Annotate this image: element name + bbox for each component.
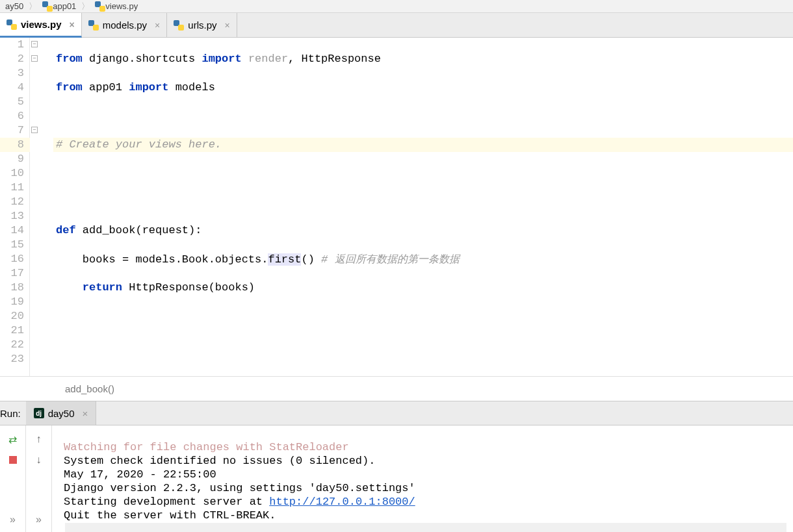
console-line: Quit the server with CTRL-BREAK.	[64, 509, 276, 522]
comment: # Create your views here.	[56, 138, 222, 151]
fold-column: − − −	[30, 38, 53, 376]
breadcrumb-seg[interactable]: app01	[40, 1, 79, 12]
line-number: 21	[0, 323, 24, 338]
tab-label: urls.py	[188, 19, 216, 31]
code-text: HttpResponse(books)	[122, 281, 255, 294]
breadcrumb-seg[interactable]: ay50	[3, 1, 26, 11]
fold-toggle-icon[interactable]: −	[31, 55, 38, 62]
breadcrumb: ay50 〉 app01 〉 views.py	[0, 0, 793, 13]
expand-icon[interactable]: »	[33, 514, 45, 526]
breadcrumb-label: views.py	[105, 1, 138, 11]
tab-label: models.py	[103, 19, 147, 31]
line-number: 11	[0, 181, 24, 195]
run-label: Run:	[0, 408, 26, 419]
code-text: django.shortcuts	[83, 53, 202, 65]
python-file-icon	[95, 1, 105, 12]
code-text: models	[168, 81, 214, 94]
comment: 返回所有数据的第一条数据	[335, 253, 460, 264]
line-number: 15	[0, 238, 24, 252]
code-text: add_book(request):	[76, 224, 202, 236]
editor-tabs: views.py × models.py × urls.py ×	[0, 13, 793, 38]
run-toolbar-secondary: ↑ ↓ »	[26, 425, 52, 532]
code-text: ()	[301, 253, 321, 266]
close-icon[interactable]: ×	[155, 20, 160, 31]
line-number: 12	[0, 195, 24, 209]
folder-icon	[42, 1, 53, 12]
line-number: 13	[0, 209, 24, 223]
rerun-icon[interactable]: ⇄	[7, 433, 19, 445]
stop-icon[interactable]	[7, 454, 19, 466]
line-number: 17	[0, 266, 24, 281]
line-number: 5	[0, 95, 24, 109]
horizontal-scrollbar[interactable]	[65, 523, 786, 532]
tab-label: views.py	[21, 19, 62, 30]
code-text: , HttpResponse	[288, 53, 381, 65]
line-number: 4	[0, 81, 24, 95]
fold-toggle-icon[interactable]: −	[31, 41, 38, 47]
unused-import: render	[248, 53, 288, 65]
keyword: from	[56, 81, 83, 94]
line-number: 20	[0, 309, 24, 323]
line-number: 6	[0, 109, 24, 123]
identifier-highlight: first	[268, 253, 301, 266]
code-text: app01	[83, 81, 129, 94]
line-number: 16	[0, 252, 24, 266]
line-number: 9	[0, 152, 24, 166]
line-number: 22	[0, 338, 24, 352]
expand-icon[interactable]: »	[7, 514, 19, 526]
tab-models-py[interactable]: models.py ×	[82, 13, 168, 37]
line-number: 18	[0, 281, 24, 295]
python-file-icon	[6, 19, 17, 30]
line-number: 14	[0, 223, 24, 238]
close-icon[interactable]: ×	[70, 19, 75, 30]
breadcrumb-seg[interactable]: views.py	[92, 1, 140, 12]
close-icon[interactable]: ×	[224, 20, 229, 31]
line-number-gutter: 1 2 3 4 5 6 7 8 9 10 11 12 13 14 15 16 1…	[0, 38, 30, 376]
keyword: return	[83, 281, 122, 294]
code-text	[56, 281, 83, 294]
run-toolbar-primary: ⇄ »	[0, 425, 26, 532]
breadcrumb-sep: 〉	[79, 1, 92, 12]
python-file-icon	[174, 20, 184, 31]
line-number: 3	[0, 66, 24, 81]
fold-toggle-icon[interactable]: −	[31, 127, 38, 133]
line-number: 23	[0, 352, 24, 366]
arrow-down-icon[interactable]: ↓	[33, 454, 45, 466]
code-editor[interactable]: 1 2 3 4 5 6 7 8 9 10 11 12 13 14 15 16 1…	[0, 38, 793, 376]
python-file-icon	[88, 20, 99, 31]
comment: #	[321, 253, 334, 266]
arrow-up-icon[interactable]: ↑	[33, 433, 45, 445]
code-text	[56, 253, 83, 266]
line-number: 1	[0, 38, 24, 52]
tab-urls-py[interactable]: urls.py ×	[167, 13, 237, 37]
keyword: from	[56, 53, 83, 65]
breadcrumb-label: app01	[53, 1, 76, 11]
breadcrumb-sep: 〉	[26, 1, 40, 12]
code-text: books = models.Book.objects.	[83, 253, 268, 266]
code-content[interactable]: from django.shortcuts import render, Htt…	[53, 38, 793, 376]
line-number: 19	[0, 295, 24, 309]
line-number: 10	[0, 166, 24, 181]
line-number: 8	[0, 138, 24, 152]
django-icon: dj	[34, 408, 44, 418]
line-number: 2	[0, 52, 24, 66]
code-text	[242, 53, 248, 65]
keyword: import	[202, 53, 241, 65]
tab-views-py[interactable]: views.py ×	[0, 13, 82, 38]
line-number: 7	[0, 123, 24, 138]
keyword: import	[129, 81, 168, 94]
keyword: def	[56, 224, 76, 236]
